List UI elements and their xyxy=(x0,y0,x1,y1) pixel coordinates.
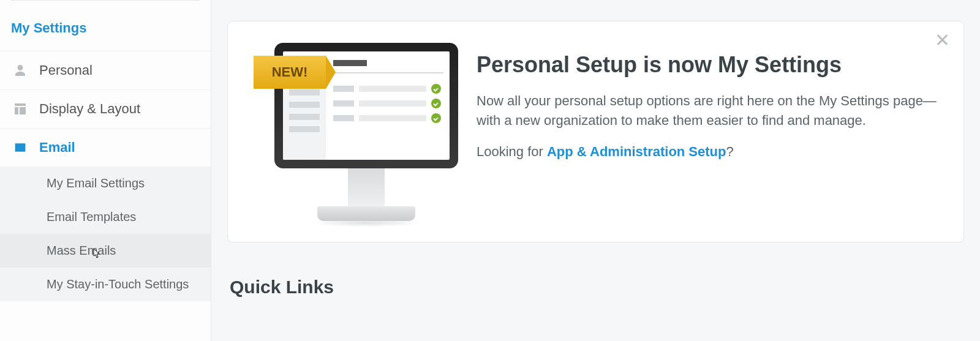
admin-setup-link[interactable]: App & Administration Setup xyxy=(547,144,726,159)
banner-title: Personal Setup is now My Settings xyxy=(477,52,941,78)
sidebar-header[interactable]: My Settings xyxy=(0,6,211,51)
banner-illustration: NEW! xyxy=(250,40,452,223)
subnav-my-email-settings[interactable]: My Email Settings xyxy=(0,167,211,200)
email-subnav: My Email Settings Email Templates Mass E… xyxy=(0,167,211,301)
sidebar-item-label: Personal xyxy=(39,62,92,78)
close-icon[interactable]: ✕ xyxy=(935,31,950,50)
info-banner: ✕ xyxy=(227,21,964,242)
new-badge: NEW! xyxy=(254,56,326,89)
banner-looking-prefix: Looking for xyxy=(477,144,547,159)
sidebar-top-divider xyxy=(11,0,200,1)
banner-link-line: Looking for App & Administration Setup? xyxy=(477,144,941,160)
mail-icon xyxy=(12,140,28,156)
subnav-stay-in-touch[interactable]: My Stay-in-Touch Settings xyxy=(0,268,211,301)
sidebar-item-label: Display & Layout xyxy=(39,101,140,117)
banner-text: Personal Setup is now My Settings Now al… xyxy=(477,40,941,160)
subnav-mass-emails[interactable]: Mass Emails xyxy=(0,234,211,268)
banner-description: Now all your personal setup options are … xyxy=(477,91,941,130)
sidebar-item-display[interactable]: Display & Layout xyxy=(0,89,211,128)
sidebar-item-personal[interactable]: Personal xyxy=(0,51,211,89)
quick-links-heading: Quick Links xyxy=(227,277,964,298)
sidebar-item-label: Email xyxy=(39,140,75,156)
subnav-item-label: Mass Emails xyxy=(47,244,116,257)
layout-icon xyxy=(12,101,28,117)
main-content: ✕ xyxy=(211,0,980,341)
person-icon xyxy=(12,62,28,78)
subnav-email-templates[interactable]: Email Templates xyxy=(0,200,211,234)
sidebar-item-email[interactable]: Email xyxy=(0,128,211,167)
banner-looking-suffix: ? xyxy=(726,144,733,159)
sidebar: My Settings Personal Display & Layout Em… xyxy=(0,0,211,341)
app-root: My Settings Personal Display & Layout Em… xyxy=(0,0,980,341)
